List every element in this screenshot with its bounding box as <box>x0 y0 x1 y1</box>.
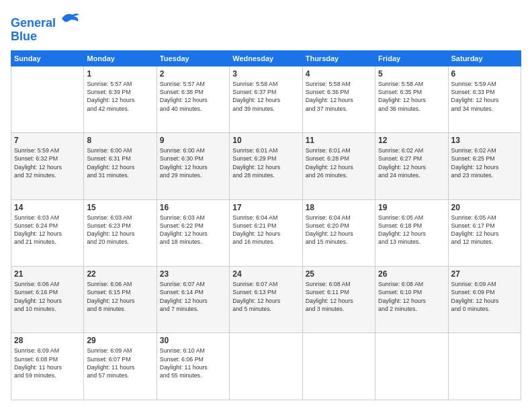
week-row-1: 1Sunrise: 5:57 AM Sunset: 6:39 PM Daylig… <box>11 66 521 132</box>
day-number: 25 <box>306 269 372 279</box>
logo-text-blue: Blue <box>11 30 81 44</box>
day-cell-13: 13Sunrise: 6:02 AM Sunset: 6:25 PM Dayli… <box>448 133 521 199</box>
day-cell-10: 10Sunrise: 6:01 AM Sunset: 6:29 PM Dayli… <box>230 133 302 199</box>
day-number: 17 <box>232 203 299 212</box>
day-info: Sunrise: 6:05 AM Sunset: 6:18 PM Dayligh… <box>378 214 445 246</box>
day-cell-11: 11Sunrise: 6:01 AM Sunset: 6:28 PM Dayli… <box>302 133 375 199</box>
week-row-2: 7Sunrise: 5:59 AM Sunset: 6:32 PM Daylig… <box>11 133 521 199</box>
day-number: 8 <box>87 136 153 145</box>
day-number: 12 <box>378 136 445 145</box>
day-info: Sunrise: 6:02 AM Sunset: 6:27 PM Dayligh… <box>378 146 445 179</box>
day-info: Sunrise: 5:58 AM Sunset: 6:36 PM Dayligh… <box>306 80 372 113</box>
day-cell-8: 8Sunrise: 6:00 AM Sunset: 6:31 PM Daylig… <box>84 133 157 199</box>
day-info: Sunrise: 6:03 AM Sunset: 6:24 PM Dayligh… <box>14 214 81 246</box>
day-number: 11 <box>306 136 372 145</box>
weekday-header-row: SundayMondayTuesdayWednesdayThursdayFrid… <box>11 50 521 66</box>
day-info: Sunrise: 6:01 AM Sunset: 6:29 PM Dayligh… <box>232 146 299 179</box>
weekday-header-thursday: Thursday <box>302 50 375 66</box>
day-number: 22 <box>87 269 153 279</box>
day-info: Sunrise: 6:10 AM Sunset: 6:06 PM Dayligh… <box>160 347 226 379</box>
day-number: 23 <box>160 269 226 279</box>
day-cell-25: 25Sunrise: 6:08 AM Sunset: 6:11 PM Dayli… <box>302 267 375 333</box>
day-cell-5: 5Sunrise: 5:58 AM Sunset: 6:35 PM Daylig… <box>375 66 448 132</box>
weekday-header-wednesday: Wednesday <box>230 50 302 66</box>
day-info: Sunrise: 5:57 AM Sunset: 6:39 PM Dayligh… <box>87 80 153 113</box>
day-cell-21: 21Sunrise: 6:06 AM Sunset: 6:16 PM Dayli… <box>11 267 84 333</box>
day-info: Sunrise: 6:03 AM Sunset: 6:23 PM Dayligh… <box>87 214 153 246</box>
day-cell-23: 23Sunrise: 6:07 AM Sunset: 6:14 PM Dayli… <box>157 267 229 333</box>
day-number: 3 <box>232 69 299 79</box>
empty-cell <box>448 333 521 400</box>
day-info: Sunrise: 6:07 AM Sunset: 6:14 PM Dayligh… <box>160 280 226 313</box>
week-row-5: 28Sunrise: 6:09 AM Sunset: 6:08 PM Dayli… <box>11 333 521 400</box>
day-number: 13 <box>451 136 518 145</box>
day-info: Sunrise: 6:09 AM Sunset: 6:07 PM Dayligh… <box>87 347 153 379</box>
day-info: Sunrise: 6:01 AM Sunset: 6:28 PM Dayligh… <box>306 146 372 179</box>
empty-cell <box>375 333 448 400</box>
day-cell-12: 12Sunrise: 6:02 AM Sunset: 6:27 PM Dayli… <box>375 133 448 199</box>
day-number: 27 <box>451 269 518 279</box>
day-info: Sunrise: 6:02 AM Sunset: 6:25 PM Dayligh… <box>451 146 518 179</box>
day-cell-30: 30Sunrise: 6:10 AM Sunset: 6:06 PM Dayli… <box>157 333 229 400</box>
day-info: Sunrise: 6:04 AM Sunset: 6:21 PM Dayligh… <box>232 214 299 246</box>
day-cell-2: 2Sunrise: 5:57 AM Sunset: 6:38 PM Daylig… <box>157 66 229 132</box>
logo: General Blue <box>11 11 81 44</box>
day-info: Sunrise: 5:58 AM Sunset: 6:37 PM Dayligh… <box>232 80 299 113</box>
day-cell-17: 17Sunrise: 6:04 AM Sunset: 6:21 PM Dayli… <box>230 199 302 266</box>
day-number: 10 <box>232 136 299 145</box>
day-number: 6 <box>451 69 518 79</box>
header: General Blue <box>11 11 521 44</box>
day-info: Sunrise: 5:59 AM Sunset: 6:32 PM Dayligh… <box>14 146 81 179</box>
day-cell-28: 28Sunrise: 6:09 AM Sunset: 6:08 PM Dayli… <box>11 333 84 400</box>
day-number: 2 <box>160 69 226 79</box>
day-info: Sunrise: 5:58 AM Sunset: 6:35 PM Dayligh… <box>378 80 445 113</box>
day-info: Sunrise: 6:08 AM Sunset: 6:10 PM Dayligh… <box>378 280 445 313</box>
day-number: 14 <box>14 203 81 212</box>
day-info: Sunrise: 5:57 AM Sunset: 6:38 PM Dayligh… <box>160 80 226 113</box>
day-number: 21 <box>14 269 81 279</box>
day-info: Sunrise: 6:06 AM Sunset: 6:16 PM Dayligh… <box>14 280 81 313</box>
day-number: 26 <box>378 269 445 279</box>
day-number: 16 <box>160 203 226 212</box>
day-info: Sunrise: 5:59 AM Sunset: 6:33 PM Dayligh… <box>451 80 518 113</box>
day-cell-15: 15Sunrise: 6:03 AM Sunset: 6:23 PM Dayli… <box>84 199 157 266</box>
day-info: Sunrise: 6:05 AM Sunset: 6:17 PM Dayligh… <box>451 214 518 246</box>
day-info: Sunrise: 6:07 AM Sunset: 6:13 PM Dayligh… <box>232 280 299 313</box>
week-row-3: 14Sunrise: 6:03 AM Sunset: 6:24 PM Dayli… <box>11 199 521 266</box>
day-info: Sunrise: 6:06 AM Sunset: 6:15 PM Dayligh… <box>87 280 153 313</box>
weekday-header-tuesday: Tuesday <box>157 50 229 66</box>
day-info: Sunrise: 6:08 AM Sunset: 6:11 PM Dayligh… <box>306 280 372 313</box>
day-info: Sunrise: 6:09 AM Sunset: 6:09 PM Dayligh… <box>451 280 518 313</box>
day-cell-26: 26Sunrise: 6:08 AM Sunset: 6:10 PM Dayli… <box>375 267 448 333</box>
day-number: 4 <box>306 69 372 79</box>
week-row-4: 21Sunrise: 6:06 AM Sunset: 6:16 PM Dayli… <box>11 267 521 333</box>
weekday-header-sunday: Sunday <box>11 50 84 66</box>
logo-text: General <box>11 11 81 30</box>
day-cell-7: 7Sunrise: 5:59 AM Sunset: 6:32 PM Daylig… <box>11 133 84 199</box>
day-number: 18 <box>306 203 372 212</box>
day-cell-29: 29Sunrise: 6:09 AM Sunset: 6:07 PM Dayli… <box>84 333 157 400</box>
day-info: Sunrise: 6:09 AM Sunset: 6:08 PM Dayligh… <box>14 347 81 379</box>
empty-cell <box>11 66 84 132</box>
day-cell-19: 19Sunrise: 6:05 AM Sunset: 6:18 PM Dayli… <box>375 199 448 266</box>
day-cell-18: 18Sunrise: 6:04 AM Sunset: 6:20 PM Dayli… <box>302 199 375 266</box>
day-cell-16: 16Sunrise: 6:03 AM Sunset: 6:22 PM Dayli… <box>157 199 229 266</box>
day-number: 20 <box>451 203 518 212</box>
logo-bird-icon <box>60 11 81 27</box>
day-number: 1 <box>87 69 153 79</box>
day-cell-3: 3Sunrise: 5:58 AM Sunset: 6:37 PM Daylig… <box>230 66 302 132</box>
day-number: 30 <box>160 336 226 345</box>
day-info: Sunrise: 6:00 AM Sunset: 6:31 PM Dayligh… <box>87 146 153 179</box>
day-number: 9 <box>160 136 226 145</box>
day-cell-6: 6Sunrise: 5:59 AM Sunset: 6:33 PM Daylig… <box>448 66 521 132</box>
page: General Blue SundayMondayTuesdayWednesda… <box>0 0 532 411</box>
day-number: 24 <box>232 269 299 279</box>
day-info: Sunrise: 6:00 AM Sunset: 6:30 PM Dayligh… <box>160 146 226 179</box>
day-info: Sunrise: 6:04 AM Sunset: 6:20 PM Dayligh… <box>306 214 372 246</box>
day-number: 15 <box>87 203 153 212</box>
day-cell-14: 14Sunrise: 6:03 AM Sunset: 6:24 PM Dayli… <box>11 199 84 266</box>
day-cell-20: 20Sunrise: 6:05 AM Sunset: 6:17 PM Dayli… <box>448 199 521 266</box>
day-cell-1: 1Sunrise: 5:57 AM Sunset: 6:39 PM Daylig… <box>84 66 157 132</box>
day-cell-22: 22Sunrise: 6:06 AM Sunset: 6:15 PM Dayli… <box>84 267 157 333</box>
calendar-table: SundayMondayTuesdayWednesdayThursdayFrid… <box>11 50 521 400</box>
